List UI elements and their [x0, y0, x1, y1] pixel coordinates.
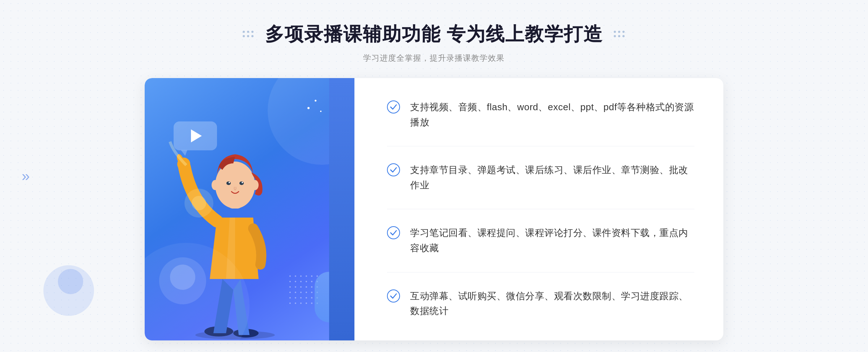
header-section: 多项录播课辅助功能 专为线上教学打造 学习进度全掌握，提升录播课教学效果 [243, 0, 625, 64]
svg-point-1 [204, 326, 233, 336]
feature-text-3: 学习笔记回看、课程提问、课程评论打分、课件资料下载，重点内容收藏 [410, 226, 694, 256]
right-decorator-dots [614, 31, 625, 38]
double-arrow-icon: » [22, 168, 30, 184]
check-icon-1 [387, 100, 400, 113]
feature-item-1: 支持视频、音频、flash、word、excel、ppt、pdf等各种格式的资源… [387, 100, 694, 130]
svg-point-15 [387, 101, 400, 113]
svg-point-12 [251, 180, 259, 190]
svg-point-7 [226, 181, 231, 185]
light-circle-large [159, 257, 206, 304]
check-icon-4 [387, 289, 400, 302]
svg-point-9 [239, 181, 244, 185]
divider-2 [387, 209, 694, 209]
feature-text-1: 支持视频、音频、flash、word、excel、ppt、pdf等各种格式的资源… [410, 100, 694, 130]
svg-point-8 [229, 182, 230, 183]
header-decorators: 多项录播课辅助功能 专为线上教学打造 [243, 22, 625, 47]
feature-text-2: 支持章节目录、弹题考试、课后练习、课后作业、章节测验、批改作业 [410, 163, 694, 193]
svg-point-14 [192, 196, 206, 210]
feature-item-4: 互动弹幕、试听购买、微信分享、观看次数限制、学习进度跟踪、数据统计 [387, 289, 694, 319]
svg-point-11 [212, 180, 219, 190]
check-icon-3 [387, 226, 400, 239]
svg-point-0 [195, 331, 275, 339]
main-title: 多项录播课辅助功能 专为线上教学打造 [265, 22, 603, 47]
light-circle-small [170, 265, 195, 290]
feature-text-4: 互动弹幕、试听购买、微信分享、观看次数限制、学习进度跟踪、数据统计 [410, 289, 694, 319]
svg-point-10 [242, 182, 243, 183]
check-icon-2 [387, 163, 400, 176]
svg-point-18 [387, 290, 400, 302]
bg-circle-small [58, 269, 83, 294]
left-arrow-decoration: » [22, 168, 30, 184]
feature-item-2: 支持章节目录、弹题考试、课后练习、课后作业、章节测验、批改作业 [387, 163, 694, 193]
page-container: » 多项录播课辅助功能 专为线上教学打造 学习进度全掌握，提升录播课教学效果 [0, 0, 868, 352]
left-decorator-dots [243, 31, 254, 38]
svg-point-16 [387, 164, 400, 176]
divider-1 [387, 146, 694, 146]
subtitle: 学习进度全掌握，提升录播课教学效果 [243, 53, 625, 64]
svg-point-17 [387, 227, 400, 239]
figure-illustration [163, 138, 307, 340]
feature-item-3: 学习笔记回看、课程提问、课程评论打分、课件资料下载，重点内容收藏 [387, 226, 694, 256]
left-illustration-panel [145, 78, 354, 340]
blue-stripe [329, 78, 354, 340]
content-area: 支持视频、音频、flash、word、excel、ppt、pdf等各种格式的资源… [145, 78, 723, 340]
right-panel: 支持视频、音频、flash、word、excel、ppt、pdf等各种格式的资源… [354, 78, 723, 340]
divider-3 [387, 272, 694, 272]
